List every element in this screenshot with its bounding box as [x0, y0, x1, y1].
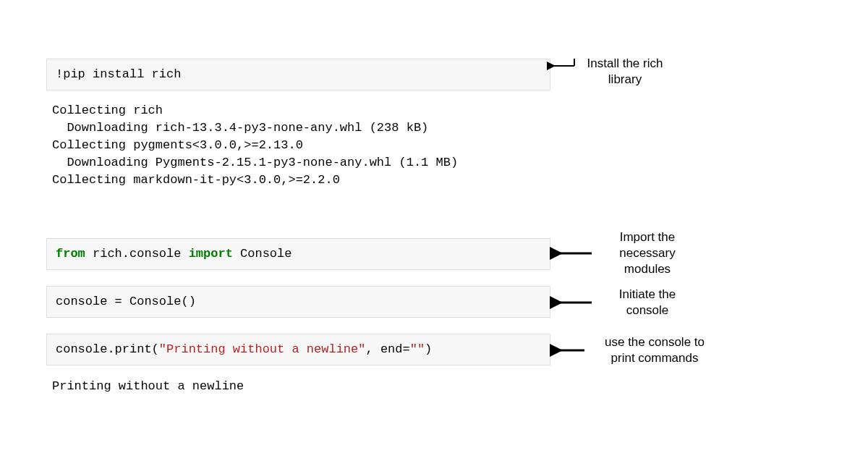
code-cell-init[interactable]: console = Console() [46, 286, 550, 318]
arrow-import [556, 248, 595, 259]
arrow-init [556, 297, 595, 308]
annotation-install: Install the rich library [574, 56, 676, 88]
annotation-import: Import the necessary modules [608, 229, 687, 277]
arrow-print [556, 345, 589, 356]
output-install: Collecting rich Downloading rich-13.3.4-… [52, 102, 458, 189]
output-print: Printing without a newline [52, 378, 244, 395]
code-text: from rich.console import Console [56, 247, 292, 261]
code-text: console.print("Printing without a newlin… [56, 342, 432, 356]
code-cell-install[interactable]: !pip install rich [46, 59, 550, 90]
code-cell-print[interactable]: console.print("Printing without a newlin… [46, 334, 550, 366]
code-cell-import[interactable]: from rich.console import Console [46, 238, 550, 270]
code-text: console = Console() [56, 295, 196, 308]
annotation-init: Initiate the console [608, 287, 687, 318]
code-text: !pip install rich [56, 67, 181, 81]
annotation-print: use the console to print commands [593, 334, 716, 366]
